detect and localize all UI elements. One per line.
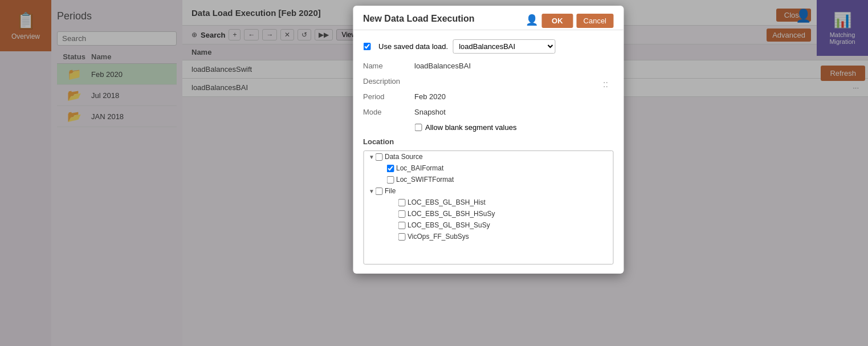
tree-item-loc3[interactable]: LOC_EBS_GL_BSH_SuSy: [364, 219, 613, 231]
loc3-label: LOC_EBS_GL_BSH_SuSy: [407, 221, 490, 229]
description-row: Description ::: [363, 77, 613, 86]
tree-item-datasource[interactable]: ▼ Data Source: [364, 151, 613, 162]
cancel-button[interactable]: Cancel: [577, 14, 613, 28]
toggle-icon: ▼: [368, 154, 375, 160]
loc2-label: LOC_EBS_GL_BSH_HSuSy: [407, 210, 495, 218]
modal-dialog: New Data Load Execution 👤 OK Cancel Use …: [353, 6, 624, 274]
loc4-checkbox[interactable]: [398, 233, 405, 241]
modal-actions: 👤 OK Cancel: [525, 14, 613, 28]
toggle-spacer: [391, 222, 398, 229]
allow-blank-checkbox[interactable]: [414, 124, 422, 131]
swift-checkbox[interactable]: [386, 176, 394, 184]
loc2-checkbox[interactable]: [398, 210, 405, 218]
loc3-checkbox[interactable]: [398, 222, 405, 229]
location-tree[interactable]: ▼ Data Source Loc_BAIFormat Loc_SWIFTFor…: [363, 150, 613, 264]
location-label: Location: [363, 137, 613, 146]
bai-label: Loc_BAIFormat: [396, 164, 443, 172]
tree-item-file[interactable]: ▼ File: [364, 185, 613, 197]
mode-label: Mode: [363, 108, 414, 116]
saved-data-select[interactable]: loadBalancesBAI loadBalancesSwift: [453, 39, 555, 54]
datasource-checkbox[interactable]: [375, 153, 382, 161]
tree-item-loc1[interactable]: LOC_EBS_GL_BSH_Hist: [364, 197, 613, 208]
modal-title: New Data Load Execution: [363, 14, 475, 23]
toggle-spacer: [380, 165, 386, 172]
swift-label: Loc_SWIFTFormat: [396, 176, 454, 184]
toggle-icon: ▼: [368, 188, 375, 194]
name-row: Name loadBalancesBAI: [363, 62, 613, 70]
bai-checkbox[interactable]: [386, 165, 394, 172]
modal-body: Use saved data load. loadBalancesBAI loa…: [353, 30, 624, 274]
mode-row: Mode Snapshot: [363, 108, 613, 116]
loc1-checkbox[interactable]: [398, 199, 405, 206]
loc1-label: LOC_EBS_GL_BSH_Hist: [407, 198, 486, 206]
file-checkbox[interactable]: [375, 188, 382, 195]
name-value: loadBalancesBAI: [414, 62, 471, 70]
use-saved-checkbox[interactable]: [363, 43, 370, 50]
tree-item-loc4[interactable]: VicOps_FF_SubSys: [364, 231, 613, 242]
allow-blank-label: Allow blank segment values: [425, 123, 516, 132]
allow-blank-row: Allow blank segment values: [363, 123, 613, 132]
toggle-spacer: [391, 211, 398, 217]
toggle-spacer: [391, 234, 398, 240]
period-label: Period: [363, 92, 414, 101]
period-row: Period Feb 2020: [363, 92, 613, 101]
period-value: Feb 2020: [414, 92, 446, 101]
modal-header: New Data Load Execution 👤 OK Cancel: [353, 6, 624, 30]
name-label: Name: [363, 62, 414, 70]
user-icon-modal: 👤: [525, 14, 538, 28]
use-saved-row: Use saved data load. loadBalancesBAI loa…: [363, 39, 613, 54]
tree-item-bai[interactable]: Loc_BAIFormat: [364, 162, 613, 174]
resize-handle-icon: ::: [603, 79, 608, 89]
tree-item-loc2[interactable]: LOC_EBS_GL_BSH_HSuSy: [364, 208, 613, 219]
ok-button[interactable]: OK: [541, 14, 573, 28]
location-section: Location ▼ Data Source Loc_BAIFormat Loc…: [363, 137, 613, 264]
description-label: Description: [363, 77, 414, 86]
loc4-label: VicOps_FF_SubSys: [407, 233, 469, 241]
use-saved-label: Use saved data load.: [378, 42, 448, 51]
file-label: File: [385, 187, 396, 195]
toggle-spacer: [380, 177, 386, 183]
datasource-label: Data Source: [385, 153, 423, 161]
tree-item-swift[interactable]: Loc_SWIFTFormat: [364, 174, 613, 185]
toggle-spacer: [391, 200, 398, 206]
mode-value: Snapshot: [414, 108, 446, 116]
